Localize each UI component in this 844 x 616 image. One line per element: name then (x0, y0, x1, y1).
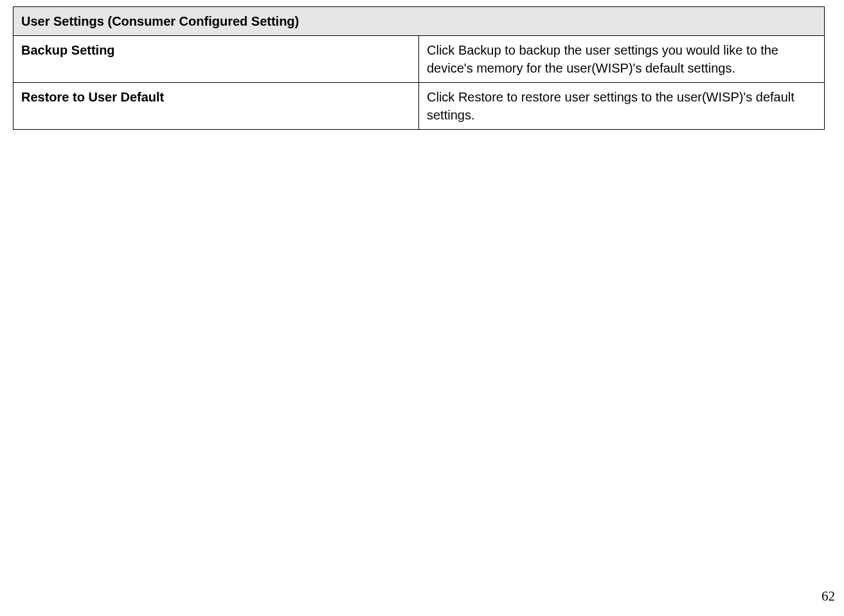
row-description: Click Backup to backup the user settings… (419, 36, 825, 83)
table-row: Restore to User Default Click Restore to… (13, 83, 825, 130)
table-header-row: User Settings (Consumer Configured Setti… (13, 7, 825, 36)
row-description: Click Restore to restore user settings t… (419, 83, 825, 130)
table-header: User Settings (Consumer Configured Setti… (13, 7, 825, 36)
user-settings-table: User Settings (Consumer Configured Setti… (13, 6, 825, 130)
page-number: 62 (822, 588, 835, 604)
row-label: Backup Setting (13, 36, 419, 83)
row-label: Restore to User Default (13, 83, 419, 130)
table-row: Backup Setting Click Backup to backup th… (13, 36, 825, 83)
